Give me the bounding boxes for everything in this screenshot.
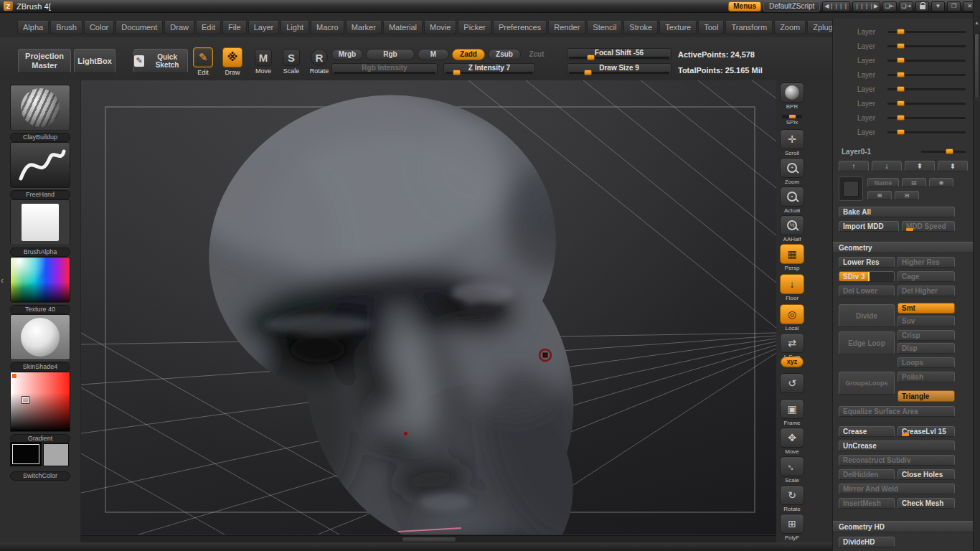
rotate-button[interactable]: R: [311, 49, 328, 66]
stroke-thumbnail[interactable]: [10, 142, 70, 188]
layer-row[interactable]: Layer: [833, 82, 973, 96]
layer-eye-icon-button[interactable]: ◉: [929, 178, 953, 187]
del-lower-button[interactable]: Del Lower: [839, 286, 895, 296]
lock-icon[interactable]: [915, 1, 929, 11]
suv-button[interactable]: Suv: [897, 316, 955, 326]
store-layout-icon[interactable]: ❏⇤: [882, 1, 897, 11]
menu-item-edit[interactable]: Edit: [196, 21, 221, 34]
minimize-icon[interactable]: ▼: [931, 1, 945, 11]
divide-button[interactable]: Divide: [839, 304, 895, 327]
layer-row[interactable]: Layer: [833, 53, 973, 67]
alpha-thumbnail[interactable]: [10, 199, 70, 245]
z-intensity-knob[interactable]: [453, 70, 461, 75]
menu-item-macro[interactable]: Macro: [311, 21, 344, 34]
layer-to-bottom-button[interactable]: ⇟: [938, 161, 968, 171]
mrgb-button[interactable]: Mrgb: [331, 49, 363, 60]
menu-item-picker[interactable]: Picker: [458, 21, 491, 34]
switch-color[interactable]: SwitchColor: [10, 441, 70, 481]
menu-item-marker[interactable]: Marker: [346, 21, 382, 34]
scale-button[interactable]: S: [283, 49, 300, 66]
color-gradient-picker[interactable]: [10, 372, 70, 432]
sdiv-slider[interactable]: SDiv 3: [839, 271, 895, 282]
layer-to-top-button[interactable]: ⇞: [905, 161, 935, 171]
menu-item-file[interactable]: File: [222, 21, 247, 34]
scroll-button[interactable]: ✛ Scroll: [779, 129, 805, 156]
mirror-and-weld-button[interactable]: Mirror And Weld: [839, 484, 955, 494]
menu-item-color[interactable]: Color: [84, 21, 114, 34]
reconstruct-subdiv-button[interactable]: Reconstruct Subdiv: [839, 455, 955, 466]
layer-down-button[interactable]: ↓: [872, 161, 902, 171]
layer-slider[interactable]: [887, 131, 966, 133]
focal-shift-slider[interactable]: Focal Shift -56: [567, 48, 672, 60]
layer-row[interactable]: Layer: [833, 67, 973, 82]
layer-record-icon-button[interactable]: ▤: [902, 178, 926, 187]
cage-button[interactable]: Cage: [897, 271, 955, 282]
zoom-button[interactable]: + Zoom: [779, 158, 805, 185]
aahalf-button[interactable]: ½ AAHalf: [779, 215, 805, 242]
menu-item-draw[interactable]: Draw: [164, 21, 194, 34]
layer-intensity-knob[interactable]: [946, 149, 953, 154]
import-mdd-button[interactable]: Import MDD: [839, 221, 899, 232]
zcut-button[interactable]: Zcut: [524, 49, 550, 60]
menu-item-brush[interactable]: Brush: [50, 21, 83, 34]
menu-item-stroke[interactable]: Stroke: [623, 21, 658, 34]
canvas-hscrollbar[interactable]: ∙∙∙∙∙: [81, 535, 776, 542]
layer-name-button[interactable]: Name: [867, 178, 899, 187]
current-material[interactable]: SkinShade4: [10, 314, 70, 372]
m-button[interactable]: M: [418, 49, 449, 60]
default-zscript-button[interactable]: DefaultZScript: [763, 1, 820, 11]
menu-item-stencil[interactable]: Stencil: [587, 21, 622, 34]
mdd-speed-knob[interactable]: [906, 228, 913, 231]
current-brush[interactable]: ClayBuildup: [10, 85, 70, 142]
bake-all-button[interactable]: Bake All: [839, 207, 955, 217]
scale-3d-button[interactable]: ↔ Scale: [779, 456, 805, 484]
smt-button[interactable]: Smt: [897, 303, 955, 314]
load-layout-icon[interactable]: ❏⇥: [899, 1, 913, 11]
zadd-button[interactable]: Zadd: [452, 49, 485, 60]
uncrease-button[interactable]: UnCrease: [839, 441, 955, 451]
menu-item-preferences[interactable]: Preferences: [493, 21, 547, 34]
layer-slider-knob[interactable]: [897, 100, 905, 106]
crease-lvl-knob[interactable]: [902, 433, 909, 436]
layer-slider[interactable]: [887, 74, 966, 76]
material-thumbnail[interactable]: [10, 314, 70, 360]
menu-item-alpha[interactable]: Alpha: [17, 21, 49, 34]
loops-button[interactable]: Loops: [897, 357, 955, 368]
menu-item-tool[interactable]: Tool: [698, 21, 724, 34]
layer-slider-knob[interactable]: [897, 72, 905, 77]
polish-button[interactable]: Polish: [897, 372, 955, 382]
check-mesh-button[interactable]: Check Mesh: [897, 498, 955, 509]
divide-hd-button[interactable]: DivideHD: [839, 537, 895, 547]
z-intensity-slider[interactable]: Z Intensity 7: [443, 63, 535, 75]
xyz-button[interactable]: xyz: [779, 357, 805, 367]
layer-delete-icon-button[interactable]: ⊟: [895, 191, 919, 200]
menu-item-texture[interactable]: Texture: [659, 21, 697, 34]
frame-button[interactable]: ▣ Frame: [779, 399, 805, 426]
draw-button[interactable]: ※: [222, 47, 242, 67]
viewport-canvas[interactable]: [81, 80, 776, 534]
layer-slider-knob[interactable]: [897, 86, 905, 92]
disp-button[interactable]: Disp: [897, 343, 955, 354]
active-layer-row[interactable]: Layer0-1: [842, 145, 966, 158]
crease-lvl-slider[interactable]: CreaseLvl 15: [897, 426, 955, 437]
hscroll-handle[interactable]: ∙∙∙∙∙: [402, 537, 456, 542]
rgb-button[interactable]: Rgb: [366, 49, 415, 60]
layer-thumbnail-button[interactable]: [839, 176, 863, 201]
edge-loop-button[interactable]: Edge Loop: [839, 331, 895, 354]
layer-slider-knob[interactable]: [897, 57, 905, 63]
menu-item-transform[interactable]: Transform: [725, 21, 773, 34]
menu-item-zoom[interactable]: Zoom: [774, 21, 806, 34]
del-higher-button[interactable]: Del Higher: [897, 286, 955, 296]
layer-slider[interactable]: [887, 45, 966, 47]
higher-res-button[interactable]: Higher Res: [897, 257, 955, 268]
zsub-button[interactable]: Zsub: [488, 49, 521, 60]
current-alpha[interactable]: BrushAlpha: [10, 199, 70, 257]
color-selector[interactable]: [22, 397, 29, 403]
geometry-section-header[interactable]: Geometry: [833, 242, 973, 253]
layer-row[interactable]: Layer: [833, 125, 973, 139]
move-3d-button[interactable]: ✥ Move: [779, 428, 805, 455]
del-hidden-button[interactable]: DelHidden: [839, 469, 895, 480]
lightbox-button[interactable]: LightBox: [74, 49, 116, 73]
layer-new-icon-button[interactable]: ⊞: [867, 191, 892, 200]
crisp-button[interactable]: Crisp: [897, 330, 955, 341]
